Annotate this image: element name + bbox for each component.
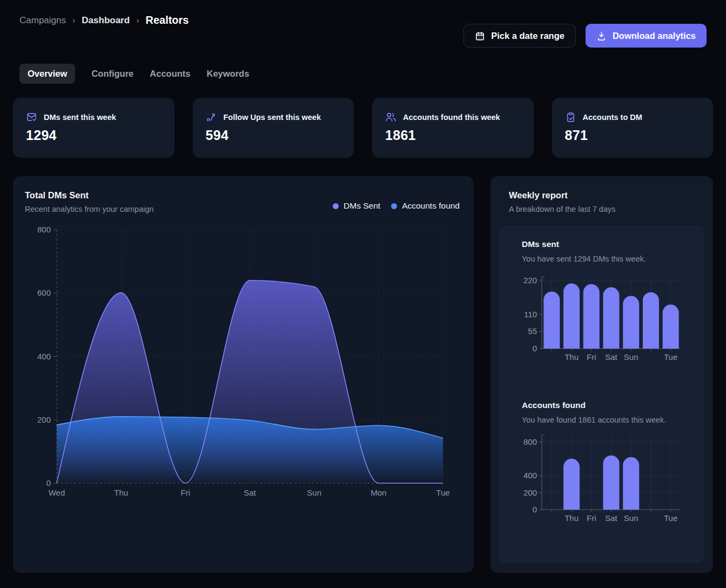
section-description: You have found 1861 accounts this week. <box>522 416 697 424</box>
svg-text:Tue: Tue <box>436 488 449 497</box>
section-title: Accounts found <box>522 400 697 410</box>
svg-text:Mon: Mon <box>371 488 386 497</box>
breadcrumb-dashboard[interactable]: Dashboard <box>82 15 130 26</box>
dms-sent-bar-chart: 055110220ThuFriSatSunTue <box>512 273 691 366</box>
svg-text:Thu: Thu <box>114 488 128 497</box>
svg-text:Sat: Sat <box>605 513 617 523</box>
stat-value: 1294 <box>26 128 162 143</box>
mail-check-icon <box>26 111 37 123</box>
svg-text:Wed: Wed <box>49 488 65 497</box>
svg-text:400: 400 <box>37 352 51 361</box>
tab-keywords[interactable]: Keywords <box>207 64 250 84</box>
tab-bar: Overview Configure Accounts Keywords <box>19 64 713 84</box>
stat-value: 594 <box>206 128 341 143</box>
total-dms-area-chart: 0200400600800WedThuFriSatSunMonTue <box>13 221 474 504</box>
accounts-found-bar-chart: 0200400800ThuFriSatSunTue <box>512 434 691 529</box>
legend-label: Accounts found <box>402 201 460 211</box>
date-range-button-label: Pick a date range <box>491 31 564 41</box>
legend-item-dms-sent: DMs Sent <box>333 201 380 211</box>
breadcrumb-campaigns[interactable]: Campaigns <box>19 15 66 26</box>
svg-text:Sat: Sat <box>244 488 256 497</box>
legend-label: DMs Sent <box>344 201 380 211</box>
svg-text:0: 0 <box>533 344 537 353</box>
svg-text:0: 0 <box>46 478 51 487</box>
svg-text:Thu: Thu <box>564 513 579 523</box>
svg-text:0: 0 <box>533 505 537 514</box>
legend-dot-blue <box>391 203 397 209</box>
stat-label: Accounts found this week <box>403 113 500 122</box>
svg-text:55: 55 <box>528 326 537 336</box>
weekly-report-body: DMs sent You have sent 1294 DMs this wee… <box>499 225 704 563</box>
stat-value: 871 <box>565 128 701 143</box>
stat-label: Follow Ups sent this week <box>224 113 321 122</box>
stat-card-dms-sent: DMs sent this week 1294 <box>13 98 174 158</box>
tab-overview[interactable]: Overview <box>19 64 75 84</box>
stat-card-accounts-to-dm: Accounts to DM 871 <box>552 98 714 158</box>
svg-text:200: 200 <box>523 488 537 497</box>
dms-sent-section: DMs sent You have sent 1294 DMs this wee… <box>507 239 697 366</box>
total-dms-chart-card: Total DMs Sent Recent analytics from you… <box>13 176 474 573</box>
chevron-right-icon: › <box>72 16 75 25</box>
svg-text:Sun: Sun <box>624 352 638 362</box>
stat-cards-row: DMs sent this week 1294 Follow Ups sent … <box>13 98 713 158</box>
svg-text:Thu: Thu <box>564 352 579 362</box>
svg-text:800: 800 <box>37 225 51 234</box>
stat-card-accounts-found: Accounts found this week 1861 <box>372 98 534 158</box>
svg-text:Sat: Sat <box>605 352 617 362</box>
legend-dot-purple <box>333 203 339 209</box>
svg-text:200: 200 <box>37 415 51 424</box>
svg-text:Tue: Tue <box>664 352 677 362</box>
section-title: DMs sent <box>522 239 697 249</box>
stat-value: 1861 <box>385 128 521 143</box>
svg-text:Tue: Tue <box>664 513 677 523</box>
download-icon <box>596 31 607 41</box>
svg-text:110: 110 <box>524 310 537 319</box>
svg-text:Sun: Sun <box>624 513 638 523</box>
accounts-found-section: Accounts found You have found 1861 accou… <box>507 400 697 529</box>
svg-text:Fri: Fri <box>587 513 596 523</box>
breadcrumb-current-campaign: Realtors <box>145 14 189 26</box>
weekly-report-panel: Weekly report A breakdown of the last 7 … <box>490 176 713 573</box>
chevron-right-icon: › <box>136 16 139 25</box>
download-analytics-button[interactable]: Download analytics <box>586 24 707 48</box>
legend-item-accounts-found: Accounts found <box>391 201 460 211</box>
top-bar: Campaigns › Dashboard › Realtors Pick a … <box>19 14 707 48</box>
users-icon <box>385 111 396 123</box>
tab-accounts[interactable]: Accounts <box>150 64 190 84</box>
follow-up-arrow-icon <box>206 111 217 123</box>
weekly-report-subtitle: A breakdown of the last 7 days <box>509 205 704 213</box>
chart-legend: DMs Sent Accounts found <box>333 201 460 211</box>
svg-text:400: 400 <box>523 471 537 480</box>
dashboard-page: Campaigns › Dashboard › Realtors Pick a … <box>0 0 726 573</box>
calendar-icon <box>475 31 485 41</box>
svg-text:Fri: Fri <box>587 352 596 362</box>
weekly-report-title: Weekly report <box>509 190 704 201</box>
date-range-button[interactable]: Pick a date range <box>463 24 576 48</box>
tab-configure[interactable]: Configure <box>91 64 133 84</box>
chart-title: Total DMs Sent <box>25 190 474 201</box>
content-row: Total DMs Sent Recent analytics from you… <box>13 176 713 573</box>
svg-text:Sun: Sun <box>307 488 321 497</box>
svg-text:Fri: Fri <box>181 488 191 497</box>
svg-text:800: 800 <box>523 437 537 446</box>
section-description: You have sent 1294 DMs this week. <box>522 255 697 263</box>
svg-text:220: 220 <box>523 276 537 285</box>
clipboard-check-icon <box>565 111 576 123</box>
download-analytics-button-label: Download analytics <box>613 31 696 41</box>
header-actions: Pick a date range Download analytics <box>463 24 707 48</box>
breadcrumb: Campaigns › Dashboard › Realtors <box>19 14 189 26</box>
stat-label: Accounts to DM <box>583 113 642 122</box>
stat-card-follow-ups: Follow Ups sent this week 594 <box>193 98 354 158</box>
stat-label: DMs sent this week <box>44 113 116 122</box>
svg-text:600: 600 <box>37 288 51 297</box>
